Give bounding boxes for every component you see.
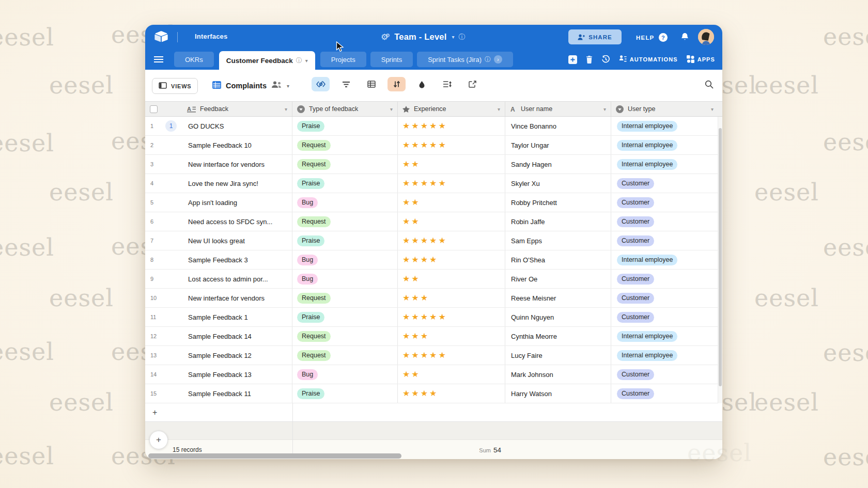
type-pill[interactable]: Praise xyxy=(297,121,324,132)
rating-stars[interactable]: ★★★★★ xyxy=(402,141,447,149)
add-row-button[interactable]: + xyxy=(145,403,722,422)
rating-stars[interactable]: ★★★★★ xyxy=(402,179,447,187)
user-name-cell[interactable]: Vince Bonanno xyxy=(505,117,611,135)
feedback-cell[interactable]: Sample Feedback 13 xyxy=(188,371,252,379)
rating-stars[interactable]: ★★★★★ xyxy=(402,313,447,321)
user-name-cell[interactable]: Rin O'Shea xyxy=(505,250,611,269)
type-pill[interactable]: Praise xyxy=(297,178,324,189)
title-caret-icon[interactable]: ▾ xyxy=(452,34,454,40)
automations-button[interactable]: AUTOMATIONS xyxy=(619,55,678,64)
table-row[interactable]: 14 Sample Feedback 13 Bug ★★ Mark Johnso… xyxy=(145,365,722,384)
feedback-cell[interactable]: Sample Feedback 12 xyxy=(188,352,252,359)
user-type-pill[interactable]: Customer xyxy=(617,274,654,285)
table-row[interactable]: 10 New interface for vendors Request ★★★… xyxy=(145,289,722,308)
table-row[interactable]: 13 Sample Feedback 12 Request ★★★★★ Lucy… xyxy=(145,346,722,365)
feedback-cell[interactable]: Sample Feedback 10 xyxy=(188,141,252,149)
user-type-pill[interactable]: Customer xyxy=(617,312,654,323)
column-header-experience[interactable]: Experience ▾ xyxy=(398,102,505,116)
feedback-cell[interactable]: New interface for vendors xyxy=(188,161,265,168)
feedback-cell[interactable]: Sample Feedback 11 xyxy=(188,390,251,398)
type-pill[interactable]: Praise xyxy=(297,235,324,246)
feedback-cell[interactable]: Sample Feedback 14 xyxy=(188,333,252,340)
table-row[interactable]: 15 Sample Feedback 11 Praise ★★★★ Harry … xyxy=(145,384,722,403)
notifications-bell-icon[interactable] xyxy=(681,33,689,43)
feedback-cell[interactable]: App isn't loading xyxy=(188,199,237,207)
airtable-logo-icon[interactable] xyxy=(154,31,168,42)
row-height-button[interactable] xyxy=(438,77,456,91)
table-row[interactable]: 1 1 GO DUCKS Praise ★★★★★ Vince Bonanno … xyxy=(145,117,722,136)
table-row[interactable]: 12 Sample Feedback 14 Request ★★★ Cynthi… xyxy=(145,327,722,346)
user-type-pill[interactable]: Customer xyxy=(617,293,654,304)
column-menu-caret[interactable]: ▾ xyxy=(285,106,287,112)
type-pill[interactable]: Bug xyxy=(297,197,318,208)
feedback-cell[interactable]: Need access to SFDC syn... xyxy=(188,218,272,226)
tab-sprint-tasks-jira[interactable]: Sprint Tasks (Jira) ⓘ › xyxy=(417,52,513,67)
rating-stars[interactable]: ★★ xyxy=(402,275,421,283)
search-icon[interactable] xyxy=(705,80,714,91)
rating-stars[interactable]: ★★ xyxy=(402,198,421,207)
table-row[interactable]: 4 Love the new Jira sync! Praise ★★★★★ S… xyxy=(145,174,722,193)
chevron-right-circle-icon[interactable]: › xyxy=(494,55,502,64)
table-row[interactable]: 11 Sample Feedback 1 Praise ★★★★★ Quinn … xyxy=(145,308,722,327)
apps-button[interactable]: APPS xyxy=(687,55,715,64)
add-tab-button[interactable] xyxy=(568,55,577,64)
views-button[interactable]: VIEWS xyxy=(152,78,198,94)
group-button[interactable] xyxy=(362,77,380,91)
horizontal-scrollbar[interactable] xyxy=(148,453,401,459)
feedback-cell[interactable]: New interface for vendors xyxy=(188,294,265,302)
user-type-pill[interactable]: Customer xyxy=(617,235,654,246)
column-menu-caret[interactable]: ▾ xyxy=(603,106,606,112)
user-name-cell[interactable]: Lucy Faire xyxy=(505,346,611,365)
user-type-pill[interactable]: Internal employee xyxy=(617,140,677,151)
rating-stars[interactable]: ★★ xyxy=(402,370,421,379)
user-name-cell[interactable]: Robby Pritchett xyxy=(505,193,611,212)
color-button[interactable] xyxy=(413,77,431,91)
tab-okrs[interactable]: OKRs xyxy=(174,52,214,67)
rating-stars[interactable]: ★★★★★ xyxy=(402,237,447,245)
type-pill[interactable]: Bug xyxy=(297,255,318,265)
user-type-pill[interactable]: Customer xyxy=(617,388,654,399)
interfaces-label[interactable]: Interfaces xyxy=(195,33,227,40)
rating-stars[interactable]: ★★ xyxy=(402,160,421,168)
rating-stars[interactable]: ★★★★ xyxy=(402,389,438,398)
type-pill[interactable]: Praise xyxy=(297,312,324,323)
rating-stars[interactable]: ★★★ xyxy=(402,332,429,340)
type-pill[interactable]: Request xyxy=(297,350,331,361)
column-menu-caret[interactable]: ▾ xyxy=(711,106,714,112)
page-title[interactable]: Team - Level xyxy=(394,32,446,42)
user-name-cell[interactable]: Taylor Ungar xyxy=(505,136,611,154)
user-avatar[interactable] xyxy=(698,29,714,45)
feedback-cell[interactable]: Lost access to admin por... xyxy=(188,275,268,283)
type-pill[interactable]: Request xyxy=(297,293,331,304)
table-row[interactable]: 6 Need access to SFDC syn... Request ★★ … xyxy=(145,212,722,231)
user-type-pill[interactable]: Internal employee xyxy=(617,121,677,132)
user-type-pill[interactable]: Internal employee xyxy=(617,255,677,265)
user-name-cell[interactable]: Cynthia Meorre xyxy=(505,327,611,345)
user-type-pill[interactable]: Customer xyxy=(617,197,654,208)
column-header-type-of-feedback[interactable]: Type of feedback ▾ xyxy=(292,102,398,116)
user-type-pill[interactable]: Customer xyxy=(617,178,654,189)
table-row[interactable]: 9 Lost access to admin por... Bug ★★ Riv… xyxy=(145,270,722,289)
rating-stars[interactable]: ★★★ xyxy=(402,294,429,302)
filter-button[interactable] xyxy=(337,77,355,91)
user-name-cell[interactable]: Sam Epps xyxy=(505,231,611,250)
user-name-cell[interactable]: Robin Jaffe xyxy=(505,212,611,231)
user-name-cell[interactable]: Quinn Nguyen xyxy=(505,308,611,326)
tab-caret-icon[interactable]: ▾ xyxy=(305,58,308,64)
column-header-user-name[interactable]: A User name ▾ xyxy=(505,102,611,116)
rating-stars[interactable]: ★★★★★ xyxy=(402,122,447,130)
add-record-button[interactable]: + xyxy=(149,431,168,449)
column-header-feedback[interactable]: A Feedback ▾ xyxy=(145,102,292,116)
user-type-pill[interactable]: Customer xyxy=(617,369,654,380)
rating-stars[interactable]: ★★★★ xyxy=(402,256,438,264)
tab-customer-feedback[interactable]: Customer Feedback ⓘ ▾ xyxy=(219,51,315,70)
table-row[interactable]: 2 Sample Feedback 10 Request ★★★★★ Taylo… xyxy=(145,136,722,155)
feedback-cell[interactable]: Love the new Jira sync! xyxy=(188,180,258,187)
hide-fields-button[interactable] xyxy=(312,77,330,91)
tab-projects[interactable]: Projects xyxy=(320,52,366,67)
trash-icon[interactable] xyxy=(586,56,593,64)
user-name-cell[interactable]: Sandy Hagen xyxy=(505,155,611,174)
title-info-icon[interactable]: ⓘ xyxy=(458,33,465,42)
user-name-cell[interactable]: Harry Watson xyxy=(505,384,611,403)
tab-sprints[interactable]: Sprints xyxy=(370,52,413,67)
